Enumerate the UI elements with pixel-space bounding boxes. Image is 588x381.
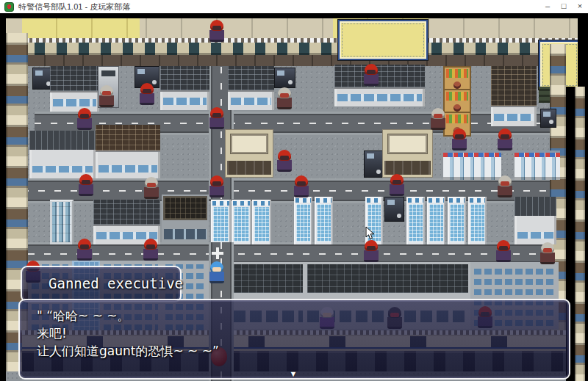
office-building — [228, 66, 274, 110]
npc-red-hood — [79, 174, 93, 196]
minimize-button[interactable]: – — [539, 0, 556, 13]
blue-glass-tower — [232, 200, 251, 244]
npc-masked — [277, 87, 292, 109]
npc-red-hood — [498, 128, 512, 150]
background-window-strip — [575, 87, 585, 381]
npc-red-hood — [209, 20, 224, 42]
vending-machine — [364, 150, 384, 178]
shuttered-shop — [225, 129, 273, 178]
dialogue-message-window[interactable]: " “哈哈~ ~ ~。 来吧! 让人们知道gaunt的恐惧~ ~ ~” ▼ — [18, 299, 570, 380]
shop-band-windows — [6, 43, 578, 55]
blue-glass-tower — [427, 197, 445, 244]
npc-masked — [144, 177, 159, 199]
shuttered-shop — [382, 129, 433, 178]
npc-red-hood — [294, 175, 309, 197]
app-window: 特警信号部队1.01 - 皮玩家部落 – □ × Ganned executiv… — [0, 0, 588, 381]
vending-machine-row — [443, 150, 501, 180]
office-building — [160, 66, 209, 110]
window-title: 特警信号部队1.01 - 皮玩家部落 — [18, 1, 130, 12]
app-icon — [4, 2, 14, 12]
close-button[interactable]: × — [572, 0, 588, 13]
office-building — [334, 65, 425, 106]
blue-glass-tower — [211, 200, 231, 244]
dialogue-line: 让人们知道gaunt的恐惧~ ~ ~” — [37, 342, 219, 360]
shop-band-yellow — [22, 18, 140, 38]
market-stall — [443, 89, 471, 114]
awning-building — [338, 20, 428, 60]
blue-glass-tower — [448, 197, 466, 244]
npc-red-hood — [277, 150, 292, 172]
letterbox-bar — [578, 18, 585, 87]
npc-red-hood — [364, 64, 379, 86]
npc-red-hood — [143, 239, 158, 261]
vending-machine — [384, 197, 404, 222]
npc-masked — [431, 108, 445, 130]
shop-band-dark — [6, 55, 578, 66]
npc-red-hood — [364, 240, 379, 262]
blue-glass-tower — [406, 197, 425, 244]
npc-masked — [540, 242, 555, 264]
npc-masked — [498, 175, 512, 197]
office-building — [29, 131, 96, 178]
office-building — [491, 66, 537, 126]
npc-red-hood — [452, 128, 467, 150]
dialogue-line: 来吧! — [37, 324, 67, 342]
letterbox-bar — [585, 18, 588, 381]
mouse-cursor — [365, 226, 375, 240]
title-bar: 特警信号部队1.01 - 皮玩家部落 – □ × — [0, 0, 588, 13]
maximize-button[interactable]: □ — [556, 0, 572, 13]
office-building — [514, 197, 556, 244]
office-building — [93, 200, 160, 244]
blue-glass-tower — [252, 200, 271, 244]
npc-red-hood — [496, 240, 511, 262]
npc-red-hood — [140, 83, 154, 105]
npc-red-hood — [77, 239, 92, 261]
player-character — [209, 261, 224, 283]
office-building — [50, 66, 99, 112]
dialogue-line: " “哈哈~ ~ ~。 — [37, 307, 130, 324]
blue-glass-tower — [468, 197, 487, 244]
dialogue-name-box: Ganned executive — [21, 266, 182, 302]
npc-red-hood — [209, 175, 224, 197]
office-building — [96, 125, 160, 178]
blue-glass-tower — [315, 197, 333, 244]
blue-glass-tower — [294, 197, 312, 244]
vending-machine — [274, 68, 295, 88]
npc-red-hood — [77, 108, 92, 130]
npc-red-hood — [390, 174, 404, 196]
destination-cross-marker — [212, 247, 223, 259]
continue-indicator: ▼ — [290, 369, 298, 378]
window-controls: – □ × — [539, 0, 588, 13]
speaker-name: Ganned executive — [49, 267, 183, 300]
vending-machine — [540, 109, 556, 128]
solar-roof-building — [162, 195, 209, 242]
npc-masked — [99, 85, 114, 107]
vending-machine-row — [514, 150, 560, 180]
market-stall — [443, 66, 471, 91]
npc-red-hood — [209, 107, 224, 129]
glass-tower — [50, 200, 74, 244]
